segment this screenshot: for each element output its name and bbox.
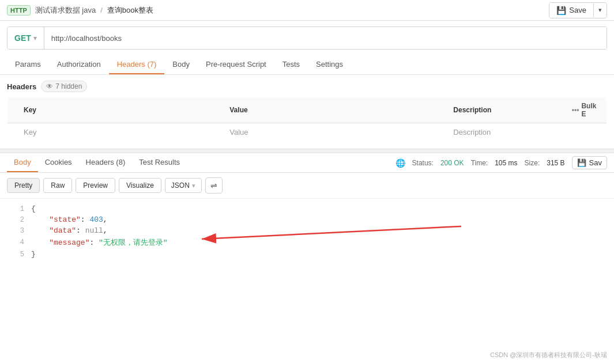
resp-tab-body[interactable]: Body [7, 153, 38, 172]
globe-icon: 🌐 [395, 158, 405, 168]
line-number-1: 1 [7, 205, 24, 213]
json-line-3-content: "data": null, [31, 226, 108, 235]
format-visualize-button[interactable]: Visualize [119, 178, 161, 193]
wrap-lines-button[interactable]: ⇌ [205, 177, 223, 194]
request-tabs: Params Authorization Headers (7) Body Pr… [0, 55, 614, 75]
col-header-key [7, 97, 17, 123]
section-divider [0, 149, 614, 153]
wrap-icon: ⇌ [210, 181, 217, 190]
json-val-state: 403 [89, 215, 103, 224]
line-number-2: 2 [7, 216, 24, 224]
tab-pre-request-script[interactable]: Pre-request Script [198, 55, 274, 74]
status-value: 200 OK [440, 159, 464, 167]
tab-settings[interactable]: Settings [308, 55, 351, 74]
tab-headers[interactable]: Headers (7) [109, 55, 165, 74]
response-save-label: Sav [589, 158, 602, 167]
hidden-count-label: 7 hidden [55, 82, 82, 90]
tab-tests[interactable]: Tests [274, 55, 308, 74]
save-button[interactable]: 💾 Save [549, 3, 593, 18]
headers-label: Headers [7, 82, 36, 91]
response-status-row: 🌐 Status: 200 OK Time: 105 ms Size: 315 … [395, 156, 607, 169]
save-label: Save [569, 6, 586, 14]
save-icon-response: 💾 [577, 158, 586, 167]
json-val-data: null [85, 226, 103, 235]
time-value: 105 ms [495, 159, 517, 167]
json-content: 1 { 2 "state": 403, 3 "data": null, 4 "m… [0, 199, 614, 264]
col-header-value: Value [223, 97, 446, 123]
response-section: Body Cookies Headers (8) Test Results 🌐 … [0, 153, 614, 264]
headers-label-row: Headers 👁 7 hidden [7, 81, 607, 92]
url-input[interactable] [44, 27, 607, 49]
url-bar: GET ▾ [7, 26, 607, 50]
method-dropdown-icon: ▾ [33, 35, 37, 42]
resp-tab-cookies[interactable]: Cookies [38, 153, 79, 172]
status-label: Status: [412, 159, 434, 167]
breadcrumb-current: 查询book整表 [107, 5, 153, 16]
resp-tab-headers[interactable]: Headers (8) [79, 153, 133, 172]
size-value: 315 B [547, 159, 564, 167]
top-bar: HTTP 测试请求数据 java / 查询book整表 💾 Save ▾ [0, 0, 614, 21]
json-key-state: "state" [49, 215, 81, 224]
format-raw-button[interactable]: Raw [43, 178, 72, 193]
json-line-3: 3 "data": null, [0, 225, 614, 236]
json-line-5: 5 } [0, 249, 614, 260]
json-line-2-content: "state": 403, [31, 215, 108, 224]
tab-body[interactable]: Body [164, 55, 198, 74]
table-header-row: Key Value Description ••• Bulk E [7, 97, 607, 123]
format-type-label: JSON [171, 181, 190, 189]
headers-section: Headers 👁 7 hidden Key Value Description… [0, 75, 614, 142]
breadcrumb-part1: 测试请求数据 java [35, 5, 96, 16]
json-brace-close: } [31, 250, 36, 259]
json-brace-open: { [31, 204, 36, 213]
save-icon: 💾 [556, 6, 566, 15]
line-number-4: 4 [7, 238, 24, 247]
hidden-badge[interactable]: 👁 7 hidden [41, 81, 87, 92]
line-number-5: 5 [7, 251, 24, 259]
http-badge: HTTP [7, 5, 31, 16]
time-label: Time: [471, 159, 488, 167]
bulk-edit-button[interactable]: ••• Bulk E [572, 102, 600, 118]
line-number-3: 3 [7, 227, 24, 235]
bulk-edit-label: Bulk E [581, 102, 600, 118]
method-selector[interactable]: GET ▾ [7, 27, 44, 49]
size-label: Size: [525, 159, 540, 167]
col-header-bulk: ••• Bulk E [565, 97, 607, 123]
headers-table: Key Value Description ••• Bulk E Key Val… [7, 97, 607, 142]
breadcrumb: HTTP 测试请求数据 java / 查询book整表 [7, 5, 153, 16]
key-placeholder[interactable]: Key [17, 123, 223, 142]
format-preview-button[interactable]: Preview [76, 178, 115, 193]
save-dropdown-button[interactable]: ▾ [593, 3, 607, 17]
response-tabs-row: Body Cookies Headers (8) Test Results 🌐 … [0, 153, 614, 173]
json-line-1: 1 { [0, 203, 614, 214]
json-key-message: "message" [49, 238, 89, 247]
format-dropdown-icon: ▾ [192, 182, 195, 189]
col-header-key: Key [17, 97, 223, 123]
json-line-2: 2 "state": 403, [0, 214, 614, 225]
format-type-selector[interactable]: JSON ▾ [165, 178, 202, 193]
table-row: Key Value Description [7, 123, 607, 142]
more-icon: ••• [572, 106, 579, 114]
json-key-data: "data" [49, 226, 76, 235]
breadcrumb-separator: / [100, 6, 103, 14]
save-button-group: 💾 Save ▾ [549, 2, 607, 18]
description-placeholder[interactable]: Description [446, 123, 565, 142]
col-header-description: Description [446, 97, 565, 123]
json-val-message: "无权限，请先登录" [99, 238, 168, 247]
watermark: CSDN @深圳市有德者科技有限公司-耿瑞 [490, 351, 607, 359]
response-save-button[interactable]: 💾 Sav [572, 156, 607, 169]
value-placeholder[interactable]: Value [223, 123, 446, 142]
format-pretty-button[interactable]: Pretty [7, 178, 40, 193]
response-format-row: Pretty Raw Preview Visualize JSON ▾ ⇌ [0, 173, 614, 199]
tab-authorization[interactable]: Authorization [49, 55, 109, 74]
method-label: GET [14, 33, 31, 43]
json-line-4-content: "message": "无权限，请先登录" [31, 237, 168, 248]
resp-tab-test-results[interactable]: Test Results [132, 153, 187, 172]
tab-params[interactable]: Params [7, 55, 49, 74]
json-line-4: 4 "message": "无权限，请先登录" [0, 236, 614, 249]
eye-icon: 👁 [46, 82, 53, 90]
